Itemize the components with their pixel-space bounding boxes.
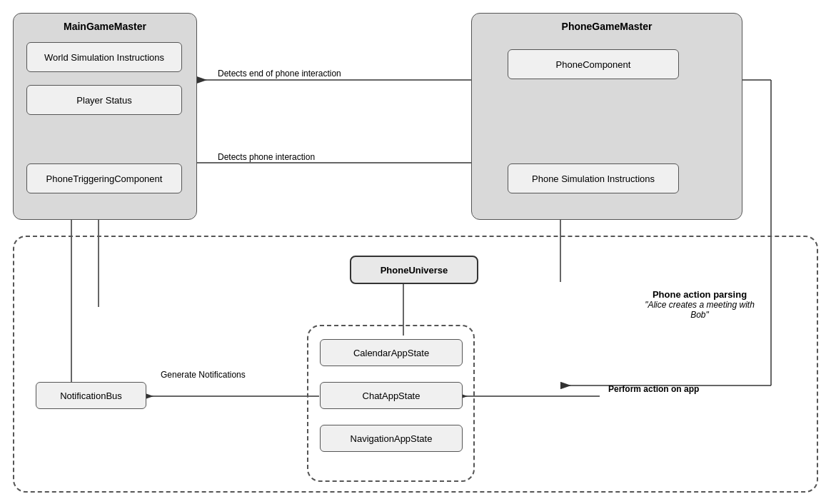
world-simulation-box: World Simulation Instructions — [26, 42, 182, 72]
navigation-label: NavigationAppState — [351, 433, 433, 444]
arrow-label-detects-interaction: Detects phone interaction — [218, 152, 315, 162]
navigation-app-state-box: NavigationAppState — [320, 425, 463, 452]
phone-sim-label: Phone Simulation Instructions — [532, 173, 655, 184]
player-status-label: Player Status — [76, 95, 131, 106]
chat-label: ChatAppState — [363, 390, 420, 401]
phone-action-parsing-title: Phone action parsing — [653, 289, 747, 300]
phone-trigger-label: PhoneTriggeringComponent — [46, 173, 163, 184]
phone-component-label: PhoneComponent — [556, 59, 631, 70]
phone-universe-box: PhoneUniverse — [350, 256, 478, 284]
calendar-label: CalendarAppState — [353, 348, 429, 358]
chat-app-state-box: ChatAppState — [320, 382, 463, 409]
player-status-box: Player Status — [26, 85, 182, 115]
phone-sim-instructions-box: Phone Simulation Instructions — [508, 163, 679, 193]
phone-universe-label: PhoneUniverse — [381, 265, 448, 276]
calendar-app-state-box: CalendarAppState — [320, 339, 463, 366]
main-game-master-title: MainGameMaster — [14, 21, 196, 32]
phone-triggering-box: PhoneTriggeringComponent — [26, 163, 182, 193]
notification-bus-box: NotificationBus — [36, 382, 146, 409]
world-sim-label: World Simulation Instructions — [44, 52, 164, 63]
phone-game-master-title: PhoneGameMaster — [472, 21, 742, 32]
notification-bus-label: NotificationBus — [60, 390, 122, 401]
diagram-container: MainGameMaster World Simulation Instruct… — [0, 0, 831, 504]
arrow-label-perform-action: Perform action on app — [608, 384, 699, 394]
phone-game-master-box: PhoneGameMaster PhoneComponent Phone Sim… — [471, 13, 742, 220]
phone-component-box: PhoneComponent — [508, 49, 679, 79]
phone-action-parsing-label: Phone action parsing "Alice creates a me… — [643, 289, 757, 320]
arrow-label-generate-notifications: Generate Notifications — [161, 370, 246, 380]
perform-action-text: Perform action on app — [608, 384, 699, 394]
main-game-master-box: MainGameMaster World Simulation Instruct… — [13, 13, 197, 220]
arrow-label-end-interaction: Detects end of phone interaction — [218, 69, 341, 79]
phone-action-parsing-sublabel: "Alice creates a meeting with Bob" — [645, 300, 755, 320]
